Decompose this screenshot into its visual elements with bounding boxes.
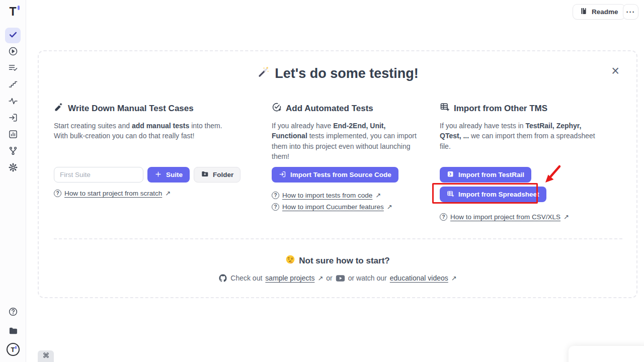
question-circle-icon: ? — [440, 213, 447, 221]
help-link-row: ? How to import tests from code ↗ — [272, 192, 421, 199]
avatar-letter: T — [11, 346, 15, 353]
external-arrow-icon: ↗ — [165, 190, 171, 197]
check-out-text: Check out — [230, 274, 262, 282]
link-start-from-scratch[interactable]: How to start project from scratch — [64, 190, 162, 197]
account-avatar[interactable]: T — [7, 343, 20, 356]
column-3-title-row: Import from Other TMS — [440, 102, 601, 115]
add-suite-button[interactable]: Suite — [147, 167, 190, 183]
sidebar-item-analytics[interactable] — [5, 127, 21, 143]
onboarding-columns: Write Down Manual Test Cases Start creat… — [54, 102, 621, 221]
footer-title-text: Not sure how to start? — [299, 256, 389, 266]
card-footer: Not sure how to start? Check out sample … — [39, 254, 636, 283]
sidebar-item-steps[interactable] — [5, 77, 21, 93]
column-3-body: If you already have tests in TestRail, Z… — [440, 121, 601, 167]
link-educational-videos[interactable]: educational videos — [390, 274, 448, 282]
add-folder-button[interactable]: Folder — [194, 167, 240, 183]
stairs-icon — [8, 79, 18, 92]
question-circle-icon: ? — [54, 190, 61, 197]
book-icon — [580, 7, 588, 17]
create-suite-row: Suite Folder — [54, 167, 235, 183]
link-sample-projects[interactable]: sample projects — [265, 274, 314, 282]
external-arrow-icon: ↗ — [564, 213, 569, 221]
settings-gear-icon — [8, 162, 18, 174]
sidebar-item-import[interactable] — [5, 111, 21, 126]
sidebar-bottom: T — [5, 305, 21, 356]
sidebar-item-projects[interactable] — [5, 324, 21, 339]
readme-button[interactable]: Readme — [573, 4, 625, 20]
app-logo[interactable]: T — [9, 4, 16, 19]
command-shortcut-badge[interactable] — [38, 350, 54, 362]
spreadsheet-icon — [447, 190, 454, 199]
sidebar-item-branches[interactable] — [5, 144, 21, 159]
column-2-body: If you already have End-2End, Unit, Func… — [272, 121, 421, 167]
footer-title-row: Not sure how to start? — [39, 254, 636, 267]
sidebar-item-settings[interactable] — [5, 160, 21, 176]
app-logo-letter: T — [9, 5, 16, 18]
link-import-cucumber[interactable]: How to import Cucumber features — [282, 203, 384, 211]
sidebar-item-runs[interactable] — [5, 44, 21, 60]
watch-our-text: or watch our — [348, 274, 387, 282]
chevron-square-icon — [447, 170, 454, 179]
external-arrow-icon: ↗ — [451, 275, 457, 282]
onboarding-card: × Let's do some testing! Write Down Manu… — [38, 50, 637, 298]
corner-popup — [569, 346, 644, 362]
question-circle-icon: ? — [272, 192, 279, 199]
dashed-divider — [54, 238, 622, 239]
avatar-tick — [15, 346, 17, 349]
column-1-body: Start creating suites and add manual tes… — [54, 121, 235, 167]
external-arrow-icon: ↗ — [375, 192, 381, 199]
card-title: Let's do some testing! — [54, 65, 621, 82]
list-check-icon — [8, 63, 18, 75]
sidebar-item-plans[interactable] — [5, 61, 21, 76]
sidebar-item-tests[interactable] — [5, 28, 21, 43]
import-box-icon — [279, 170, 286, 179]
import-spreadsheet-button[interactable]: Import from Spreadsheet — [440, 187, 546, 202]
github-icon — [218, 274, 227, 283]
more-options-button[interactable]: ··· — [623, 4, 638, 20]
column-3-title: Import from Other TMS — [454, 104, 547, 114]
column-import-tms: Import from Other TMS If you already hav… — [440, 102, 601, 221]
column-manual-tests: Write Down Manual Test Cases Start creat… — [54, 102, 235, 221]
close-icon[interactable]: × — [611, 64, 619, 78]
pencil-sparkle-icon — [54, 102, 64, 115]
column-1-title: Write Down Manual Test Cases — [68, 104, 194, 114]
logo-tick — [18, 6, 20, 10]
check-icon — [8, 30, 18, 42]
column-2-title-row: Add Automated Tests — [272, 102, 421, 115]
question-circle-icon: ? — [272, 203, 279, 211]
sidebar: T — [0, 0, 26, 362]
import-testrail-button[interactable]: Import from TestRail — [440, 167, 531, 183]
play-circle-icon — [8, 46, 18, 58]
thinking-emoji — [285, 254, 295, 267]
help-link-row: ? How to import project from CSV/XLS ↗ — [440, 213, 601, 221]
column-1-title-row: Write Down Manual Test Cases — [54, 102, 235, 115]
magic-wand-emoji — [257, 65, 270, 82]
import-source-code-button[interactable]: Import Tests from Source Code — [272, 167, 398, 183]
column-2-title: Add Automated Tests — [286, 104, 373, 114]
or-text: or — [326, 274, 332, 282]
first-suite-input[interactable] — [54, 167, 143, 183]
import-icon — [8, 113, 18, 125]
check-circle-plus-icon — [272, 102, 282, 115]
help-link-row: ? How to import Cucumber features ↗ — [272, 203, 421, 211]
sidebar-item-help[interactable] — [5, 305, 21, 320]
sidebar-item-pulse[interactable] — [5, 94, 21, 110]
folder-icon — [8, 326, 18, 338]
help-circle-icon — [8, 307, 18, 319]
external-arrow-icon: ↗ — [317, 275, 323, 282]
branch-icon — [8, 146, 18, 158]
link-import-tests-from-code[interactable]: How to import tests from code — [282, 192, 372, 199]
link-import-csv-xls[interactable]: How to import project from CSV/XLS — [450, 213, 560, 221]
bar-chart-icon — [8, 129, 18, 141]
readme-label: Readme — [592, 8, 618, 16]
external-arrow-icon: ↗ — [387, 203, 392, 211]
footer-links-row: Check out sample projects ↗ or or watch … — [39, 274, 636, 283]
plus-icon — [154, 170, 162, 179]
sidebar-nav — [5, 28, 21, 176]
ellipsis-icon: ··· — [626, 8, 635, 16]
help-link-row: ? How to start project from scratch ↗ — [54, 190, 235, 197]
youtube-icon — [336, 275, 345, 282]
folder-plus-icon — [201, 170, 209, 179]
command-key-icon — [42, 351, 50, 361]
table-plus-icon — [440, 102, 450, 115]
